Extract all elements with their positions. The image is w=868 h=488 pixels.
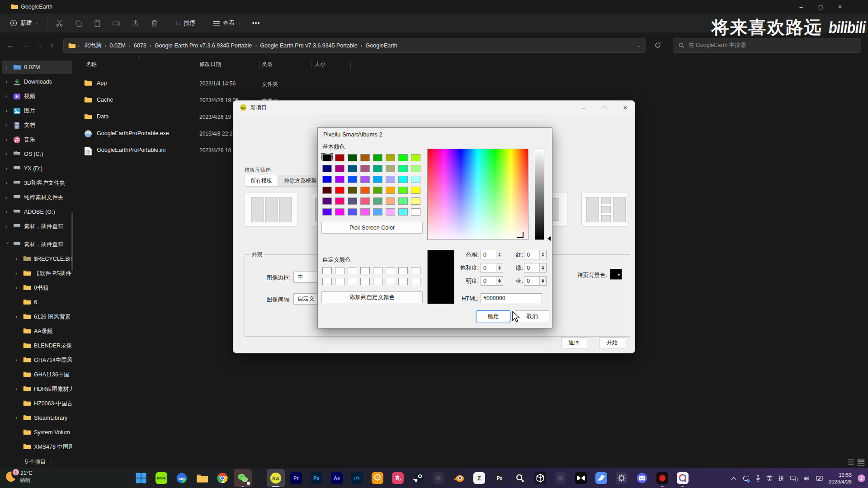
spin-buttons[interactable] [539,263,546,272]
value-marker[interactable] [545,236,551,241]
chevron-down-icon[interactable]: › [5,242,10,247]
start-button[interactable]: 开始 [599,337,625,348]
sidebar-item[interactable]: ›【软件 PS插件】 [2,267,72,280]
basic-color-swatch[interactable] [373,176,382,183]
list-view-toggle[interactable] [847,458,855,466]
custom-color-swatch[interactable] [398,267,408,274]
taskbar-app-settings-tool[interactable] [613,469,631,487]
refresh-button[interactable] [651,39,665,52]
column-date[interactable]: 修改日期 [199,61,221,68]
taskbar-app-hidden-app-2[interactable] [552,469,570,487]
sidebar-item[interactable]: ›ADOBE (G:) [2,205,72,219]
spread-background-swatch[interactable] [610,269,622,280]
sidebar-item[interactable]: System Volum [2,426,72,439]
chevron-right-icon[interactable]: › [5,180,10,186]
basic-color-swatch[interactable] [386,154,395,161]
basic-color-swatch[interactable] [360,197,370,205]
taskbar-app-premiere[interactable]: Pr [287,469,305,487]
basic-color-swatch[interactable] [411,154,420,161]
basic-color-swatch[interactable] [386,208,395,216]
pick-screen-color-button[interactable]: Pick Screen Color [321,222,423,234]
custom-color-swatch[interactable] [348,267,357,274]
back-button[interactable]: 返回 [561,337,587,348]
basic-color-swatch[interactable] [322,176,332,183]
sidebar-item[interactable]: ›HDR贴图素材大 [2,382,72,396]
sidebar-item[interactable]: ›$RECYCLE.BIN [2,252,72,266]
basic-color-swatch[interactable] [348,176,357,183]
chevron-right-icon[interactable]: › [5,122,10,128]
explorer-titlebar[interactable]: GoogleEarth – ▢ ✕ [0,0,868,14]
basic-color-swatch[interactable] [411,187,420,194]
basic-color-swatch[interactable] [335,165,344,172]
custom-color-swatch[interactable] [373,278,382,285]
close-button[interactable]: ✕ [616,101,635,114]
hue-saturation-marker[interactable] [517,232,524,238]
dialog-titlebar[interactable]: Pixellu SmartAlbums 2 [318,128,552,141]
cut-button[interactable] [50,15,69,31]
taskbar-app-kook[interactable]: KOOK [152,469,170,487]
custom-color-swatch[interactable] [360,267,370,274]
basic-color-swatch[interactable] [348,197,357,205]
clock[interactable]: 19:53 2023/4/26 [829,472,852,485]
sidebar-item[interactable]: AA录频 [2,324,72,338]
basic-color-swatch[interactable] [411,176,420,183]
breadcrumb-item[interactable]: Google Earth Pro v7.3.6.9345 Portable [152,42,255,50]
custom-color-swatch[interactable] [386,278,395,285]
basic-color-swatch[interactable] [373,208,382,216]
dialog-titlebar[interactable]: SA 新项目 – ▢ ✕ [233,101,635,114]
basic-color-swatch[interactable] [386,197,395,205]
taskbar-app-zbrush[interactable]: Z [470,469,488,487]
share-button[interactable] [126,15,145,31]
taskbar-app-after-effects[interactable]: Ae [328,469,346,487]
sidebar-item[interactable]: BLENDER录像 [2,339,72,352]
column-divider[interactable] [350,61,351,69]
chevron-right-icon[interactable]: › [5,65,10,70]
custom-color-swatch[interactable] [348,278,357,285]
chevron-right-icon[interactable]: › [5,94,10,99]
tab-exclude-square[interactable]: 排除方形框架 [278,175,323,187]
basic-color-swatch[interactable] [348,165,357,172]
sidebar-item[interactable]: ›音乐 [2,133,72,146]
close-button[interactable]: ✕ [830,0,850,14]
chevron-right-icon[interactable]: › [5,209,10,215]
basic-color-swatch[interactable] [411,197,420,205]
details-view-toggle[interactable] [857,458,865,466]
sidebar-item[interactable]: ›6126 国风背景 [2,310,72,324]
chevron-right-icon[interactable]: › [15,271,20,276]
sidebar-item[interactable]: ›图片 [2,104,72,117]
breadcrumb-item[interactable]: GoogleEarth [363,42,400,50]
basic-color-swatch[interactable] [398,197,408,205]
basic-color-swatch[interactable] [373,187,382,194]
sidebar-item[interactable]: ›3D和客户文件夹 [2,176,72,190]
basic-color-swatch[interactable] [373,154,382,161]
basic-color-swatch[interactable] [360,187,370,194]
chevron-right-icon[interactable]: › [15,256,20,262]
forward-button[interactable]: → [19,39,33,52]
ime-pinyin-indicator[interactable]: 拼 [778,474,784,483]
chevron-right-icon[interactable]: › [5,224,10,229]
taskbar-app-hidden-app-1[interactable] [429,469,448,487]
taskbar-app-smartalbums[interactable]: SA [267,469,285,487]
custom-color-swatch[interactable] [411,267,420,274]
delete-button[interactable] [145,15,164,31]
chevron-right-icon[interactable]: › [15,357,20,363]
spin-buttons[interactable] [539,250,546,259]
basic-color-swatch[interactable] [360,154,370,161]
taskbar-app-file-explorer[interactable] [193,469,211,487]
show-hidden-icons-button[interactable] [731,477,736,480]
html-color-input[interactable]: #000000 [481,293,542,303]
taskbar-app-meeting[interactable] [674,469,692,487]
chevron-right-icon[interactable]: › [15,314,20,319]
ok-button[interactable]: 确定 [476,310,510,322]
green-spinbox[interactable]: 0 [524,263,547,272]
taskbar-app-search-app[interactable] [511,469,529,487]
custom-color-swatch[interactable] [335,278,344,285]
file-row[interactable]: App2023/1/4 14:56文件夹 [77,76,357,91]
basic-color-swatch[interactable] [335,176,344,183]
basic-color-swatch[interactable] [373,197,382,205]
basic-color-swatch[interactable] [335,197,344,205]
taskbar-app-wanxing[interactable]: 丸 [389,469,407,487]
custom-color-swatch[interactable] [322,267,332,274]
basic-color-swatch[interactable] [322,165,332,172]
new-button[interactable]: 新建⌄ [5,15,44,31]
